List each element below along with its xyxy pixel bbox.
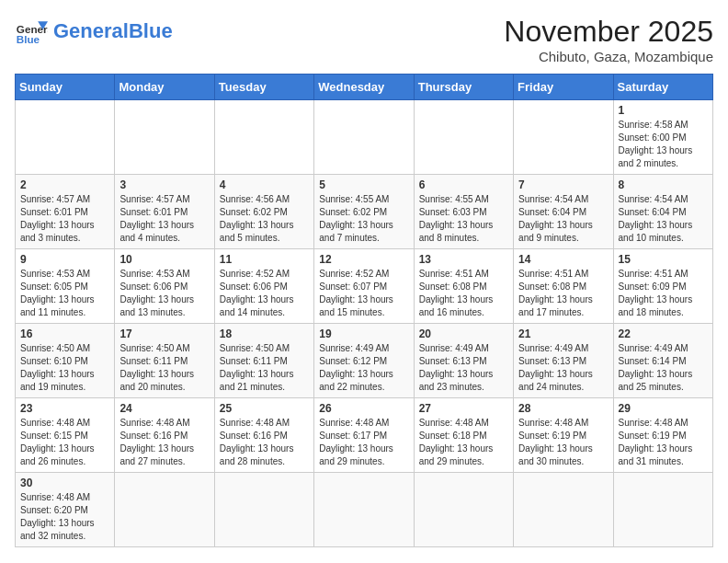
calendar-cell: 6Sunrise: 4:55 AMSunset: 6:03 PMDaylight…	[414, 175, 513, 249]
day-number: 1	[619, 104, 708, 117]
day-info: Sunrise: 4:56 AMSunset: 6:02 PMDaylight:…	[220, 193, 309, 245]
day-number: 12	[319, 253, 408, 266]
day-info: Sunrise: 4:57 AMSunset: 6:01 PMDaylight:…	[20, 193, 109, 245]
day-info: Sunrise: 4:48 AMSunset: 6:18 PMDaylight:…	[419, 417, 508, 468]
day-info: Sunrise: 4:48 AMSunset: 6:17 PMDaylight:…	[319, 417, 408, 468]
logo-blue: Blue	[129, 19, 173, 42]
day-info: Sunrise: 4:49 AMSunset: 6:12 PMDaylight:…	[319, 342, 408, 394]
calendar-cell: 2Sunrise: 4:57 AMSunset: 6:01 PMDaylight…	[16, 175, 115, 249]
weekday-header-tuesday: Tuesday	[214, 75, 313, 100]
day-info: Sunrise: 4:48 AMSunset: 6:16 PMDaylight:…	[119, 417, 209, 468]
day-number: 29	[619, 402, 708, 415]
day-number: 23	[20, 402, 109, 415]
day-number: 15	[619, 253, 708, 266]
calendar-week-3: 9Sunrise: 4:53 AMSunset: 6:05 PMDaylight…	[16, 249, 713, 324]
calendar-cell: 14Sunrise: 4:51 AMSunset: 6:08 PMDayligh…	[514, 249, 613, 324]
calendar-week-1: 1Sunrise: 4:58 AMSunset: 6:00 PMDaylight…	[16, 100, 713, 175]
day-info: Sunrise: 4:49 AMSunset: 6:14 PMDaylight:…	[619, 342, 708, 394]
day-number: 7	[518, 178, 608, 191]
day-number: 6	[419, 178, 508, 191]
calendar-week-2: 2Sunrise: 4:57 AMSunset: 6:01 PMDaylight…	[16, 175, 713, 249]
calendar-cell: 18Sunrise: 4:50 AMSunset: 6:11 PMDayligh…	[214, 324, 313, 398]
calendar-cell: 8Sunrise: 4:54 AMSunset: 6:04 PMDaylight…	[613, 175, 712, 249]
calendar-cell: 16Sunrise: 4:50 AMSunset: 6:10 PMDayligh…	[16, 324, 115, 398]
calendar-cell	[314, 473, 414, 547]
day-number: 8	[619, 178, 708, 191]
day-info: Sunrise: 4:50 AMSunset: 6:11 PMDaylight:…	[119, 342, 209, 394]
day-info: Sunrise: 4:49 AMSunset: 6:13 PMDaylight:…	[518, 342, 608, 394]
day-info: Sunrise: 4:48 AMSunset: 6:15 PMDaylight:…	[20, 417, 109, 468]
day-info: Sunrise: 4:51 AMSunset: 6:08 PMDaylight:…	[518, 268, 608, 319]
calendar-cell: 29Sunrise: 4:48 AMSunset: 6:19 PMDayligh…	[613, 398, 712, 473]
day-number: 18	[220, 327, 309, 340]
day-info: Sunrise: 4:54 AMSunset: 6:04 PMDaylight:…	[619, 193, 708, 245]
day-number: 10	[119, 253, 209, 266]
day-info: Sunrise: 4:54 AMSunset: 6:04 PMDaylight:…	[518, 193, 608, 245]
calendar-cell: 20Sunrise: 4:49 AMSunset: 6:13 PMDayligh…	[414, 324, 513, 398]
day-number: 2	[20, 178, 109, 191]
day-info: Sunrise: 4:48 AMSunset: 6:20 PMDaylight:…	[20, 491, 109, 543]
calendar-cell: 10Sunrise: 4:53 AMSunset: 6:06 PMDayligh…	[115, 249, 214, 324]
calendar-cell: 23Sunrise: 4:48 AMSunset: 6:15 PMDayligh…	[16, 398, 115, 473]
calendar-cell: 21Sunrise: 4:49 AMSunset: 6:13 PMDayligh…	[514, 324, 613, 398]
day-info: Sunrise: 4:58 AMSunset: 6:00 PMDaylight:…	[619, 119, 708, 170]
day-number: 17	[119, 327, 209, 340]
day-info: Sunrise: 4:53 AMSunset: 6:05 PMDaylight:…	[20, 268, 109, 319]
day-number: 30	[20, 477, 109, 489]
calendar-cell: 13Sunrise: 4:51 AMSunset: 6:08 PMDayligh…	[414, 249, 513, 324]
calendar-cell	[613, 473, 712, 547]
day-info: Sunrise: 4:48 AMSunset: 6:19 PMDaylight:…	[619, 417, 708, 468]
weekday-header-wednesday: Wednesday	[314, 75, 414, 100]
day-number: 3	[119, 178, 209, 191]
logo: General Blue GeneralBlue	[15, 15, 173, 48]
logo-icon: General Blue	[15, 15, 48, 48]
day-info: Sunrise: 4:55 AMSunset: 6:03 PMDaylight:…	[419, 193, 508, 245]
day-number: 26	[319, 402, 408, 415]
calendar-cell	[214, 100, 313, 175]
calendar-cell	[414, 473, 513, 547]
calendar-cell: 9Sunrise: 4:53 AMSunset: 6:05 PMDaylight…	[16, 249, 115, 324]
page-header: General Blue GeneralBlue November 2025 C…	[15, 15, 713, 64]
weekday-header-row: SundayMondayTuesdayWednesdayThursdayFrid…	[16, 75, 713, 100]
calendar-cell	[314, 100, 414, 175]
calendar-cell	[115, 473, 214, 547]
day-info: Sunrise: 4:53 AMSunset: 6:06 PMDaylight:…	[119, 268, 209, 319]
day-info: Sunrise: 4:51 AMSunset: 6:08 PMDaylight:…	[419, 268, 508, 319]
calendar-cell	[115, 100, 214, 175]
calendar-cell: 24Sunrise: 4:48 AMSunset: 6:16 PMDayligh…	[115, 398, 214, 473]
weekday-header-monday: Monday	[115, 75, 214, 100]
day-number: 24	[119, 402, 209, 415]
day-number: 16	[20, 327, 109, 340]
calendar-cell: 4Sunrise: 4:56 AMSunset: 6:02 PMDaylight…	[214, 175, 313, 249]
calendar-table: SundayMondayTuesdayWednesdayThursdayFrid…	[15, 74, 713, 547]
weekday-header-sunday: Sunday	[16, 75, 115, 100]
calendar-cell: 7Sunrise: 4:54 AMSunset: 6:04 PMDaylight…	[514, 175, 613, 249]
weekday-header-thursday: Thursday	[414, 75, 513, 100]
calendar-cell	[16, 100, 115, 175]
calendar-cell: 1Sunrise: 4:58 AMSunset: 6:00 PMDaylight…	[613, 100, 712, 175]
calendar-cell: 5Sunrise: 4:55 AMSunset: 6:02 PMDaylight…	[314, 175, 414, 249]
logo-text: GeneralBlue	[53, 21, 173, 41]
day-number: 13	[419, 253, 508, 266]
calendar-cell: 30Sunrise: 4:48 AMSunset: 6:20 PMDayligh…	[16, 473, 115, 547]
day-info: Sunrise: 4:51 AMSunset: 6:09 PMDaylight:…	[619, 268, 708, 319]
day-number: 5	[319, 178, 408, 191]
month-title: November 2025	[504, 15, 713, 49]
day-number: 9	[20, 253, 109, 266]
calendar-cell: 25Sunrise: 4:48 AMSunset: 6:16 PMDayligh…	[214, 398, 313, 473]
day-number: 27	[419, 402, 508, 415]
title-block: November 2025 Chibuto, Gaza, Mozambique	[504, 15, 713, 64]
day-number: 11	[220, 253, 309, 266]
day-number: 14	[518, 253, 608, 266]
calendar-cell: 15Sunrise: 4:51 AMSunset: 6:09 PMDayligh…	[613, 249, 712, 324]
calendar-cell: 3Sunrise: 4:57 AMSunset: 6:01 PMDaylight…	[115, 175, 214, 249]
calendar-cell: 11Sunrise: 4:52 AMSunset: 6:06 PMDayligh…	[214, 249, 313, 324]
day-info: Sunrise: 4:48 AMSunset: 6:16 PMDaylight:…	[220, 417, 309, 468]
day-number: 20	[419, 327, 508, 340]
calendar-cell: 17Sunrise: 4:50 AMSunset: 6:11 PMDayligh…	[115, 324, 214, 398]
day-info: Sunrise: 4:52 AMSunset: 6:06 PMDaylight:…	[220, 268, 309, 319]
day-info: Sunrise: 4:55 AMSunset: 6:02 PMDaylight:…	[319, 193, 408, 245]
calendar-cell	[214, 473, 313, 547]
day-info: Sunrise: 4:52 AMSunset: 6:07 PMDaylight:…	[319, 268, 408, 319]
weekday-header-saturday: Saturday	[613, 75, 712, 100]
